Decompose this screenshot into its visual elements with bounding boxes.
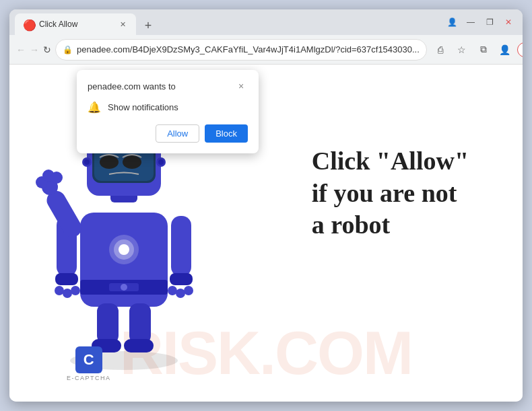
popup-header: penadee.com wants to × (88, 79, 248, 93)
update-button[interactable]: Update (517, 42, 523, 57)
window-controls: 👤 — ❐ ✕ (443, 13, 517, 31)
nav-actions: ⎙ ☆ ⧉ 👤 Update ⋮ (431, 40, 523, 59)
svg-rect-13 (171, 216, 191, 276)
restore-button[interactable]: ❐ (481, 13, 498, 31)
svg-rect-36 (97, 303, 119, 344)
popup-buttons: Allow Block (88, 124, 248, 143)
svg-point-16 (176, 289, 185, 298)
ecaptcha-badge: C E-CAPTCHA (67, 346, 111, 381)
svg-point-35 (158, 159, 164, 165)
svg-point-10 (55, 286, 64, 295)
profile-nav-icon[interactable]: 👤 (496, 40, 514, 59)
active-tab[interactable]: 🔴 Click Allow ✕ (15, 13, 136, 35)
svg-point-33 (84, 159, 90, 165)
bell-icon: 🔔 (88, 101, 101, 114)
back-button[interactable]: ← (16, 40, 26, 59)
close-button[interactable]: ✕ (500, 13, 517, 31)
svg-rect-9 (55, 273, 78, 285)
popup-notification-text: Show notifications (108, 102, 178, 112)
svg-rect-18 (43, 188, 85, 241)
refresh-button[interactable]: ↻ (43, 40, 51, 59)
page-content: RISK.COM (9, 65, 523, 402)
nav-bar: ← → ↻ 🔒 penadee.com/B4DjeX9DzSMy3_CAKFaY… (9, 35, 523, 65)
ecaptcha-logo: C (75, 346, 102, 373)
svg-point-31 (123, 155, 141, 169)
allow-button[interactable]: Allow (156, 124, 199, 143)
new-tab-button[interactable]: + (139, 16, 158, 35)
forward-button[interactable]: → (30, 40, 39, 59)
svg-point-7 (119, 244, 129, 255)
profile-icon[interactable]: 👤 (443, 13, 461, 31)
address-text: penadee.com/B4DjeX9DzSMy3_CAKFaYfiL_Var4… (77, 44, 420, 54)
svg-rect-14 (170, 273, 193, 285)
svg-point-22 (51, 172, 63, 184)
svg-rect-39 (124, 339, 154, 352)
tab-title: Click Allow (39, 20, 112, 29)
svg-point-4 (121, 284, 127, 291)
svg-point-11 (63, 289, 72, 298)
svg-point-30 (100, 155, 119, 169)
minimize-button[interactable]: — (462, 13, 479, 31)
block-button[interactable]: Block (205, 124, 248, 143)
ecaptcha-label: E-CAPTCHA (67, 375, 111, 381)
svg-rect-37 (129, 303, 151, 344)
notification-popup: penadee.com wants to × 🔔 Show notificati… (77, 70, 259, 153)
popup-notification-row: 🔔 Show notifications (88, 101, 248, 114)
title-bar: 🔴 Click Allow ✕ + 👤 — ❐ ✕ (9, 9, 523, 35)
svg-point-12 (71, 286, 80, 295)
browser-window: 🔴 Click Allow ✕ + 👤 — ❐ ✕ ← → ↻ 🔒 penade… (9, 9, 523, 402)
popup-title: penadee.com wants to (88, 81, 176, 91)
svg-point-17 (184, 286, 193, 295)
lock-icon: 🔒 (63, 45, 73, 54)
tab-close-button[interactable]: ✕ (117, 19, 128, 30)
svg-point-15 (168, 286, 177, 295)
main-heading: Click "Allow" if you are not a robot (312, 145, 469, 241)
tabs-area: 🔴 Click Allow ✕ + (15, 9, 440, 35)
popup-close-button[interactable]: × (234, 79, 248, 93)
extensions-icon[interactable]: ⧉ (474, 40, 493, 59)
share-icon[interactable]: ⎙ (431, 40, 450, 59)
tab-favicon: 🔴 (23, 19, 34, 30)
address-bar[interactable]: 🔒 penadee.com/B4DjeX9DzSMy3_CAKFaYfiL_Va… (55, 39, 427, 61)
bookmark-icon[interactable]: ☆ (453, 40, 471, 59)
